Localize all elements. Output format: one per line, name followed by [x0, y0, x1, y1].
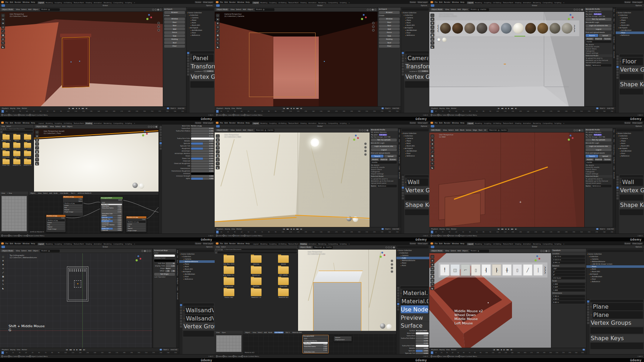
selected-model-section[interactable]: Selected Model: [370, 175, 398, 178]
scene-selector[interactable]: Scene: [409, 122, 416, 124]
workspace-tab[interactable]: Compositing: [327, 122, 339, 125]
bsdf-parameter[interactable]: Clearcoat Roughness0.030: [162, 162, 215, 165]
sidebar-tab[interactable]: Item: [399, 130, 400, 132]
properties-tabs[interactable]: [396, 285, 400, 354]
data-name-field[interactable]: Plane: [592, 311, 643, 319]
preview-section[interactable]: Preview: [400, 314, 429, 322]
tool-button[interactable]: ✎: [430, 283, 434, 286]
data-name-field[interactable]: WallsandVolume: [185, 315, 214, 322]
workspace-tab[interactable]: UV Editing: [63, 122, 73, 125]
playback-button[interactable]: ▶: [78, 107, 80, 109]
outliner-row[interactable]: ▸WallsandVolume: [396, 259, 429, 262]
tool-button[interactable]: ◣: [35, 162, 39, 165]
tool-button[interactable]: ⟲: [430, 25, 434, 29]
bsdf-slider[interactable]: Clearcoat0.000: [101, 230, 122, 231]
outliner-row[interactable]: ▸Reference: [586, 280, 644, 283]
find-upload-section[interactable]: Find and Upload Assets: [370, 152, 398, 154]
sidebar-tab[interactable]: BlenderKit: [613, 172, 615, 179]
app-menu-item[interactable]: Render: [14, 122, 22, 124]
upload-tab[interactable]: Upload: [599, 155, 611, 158]
tool-button[interactable]: ◎: [430, 158, 434, 161]
outliner-row[interactable]: ▸Reference: [401, 34, 429, 37]
playback-button[interactable]: ▶: [503, 349, 506, 351]
workspace-tab[interactable]: Sculpting: [483, 243, 492, 245]
bsdf-parameter[interactable]: 0.200: [400, 339, 429, 342]
surface-shader-dropdown[interactable]: Principled BSDF: [416, 330, 429, 332]
asset-thumbnail[interactable]: ◫: [450, 264, 460, 276]
shading-mode-buttons[interactable]: [540, 250, 550, 252]
bsdf-parameter[interactable]: Subsurface Color: [162, 137, 215, 140]
cube-front-face[interactable]: [313, 282, 361, 331]
object-name-field[interactable]: Camera: [407, 54, 428, 62]
tool-button[interactable]: ⤢: [35, 146, 39, 150]
app-menu-item[interactable]: Help: [30, 1, 36, 3]
image-field[interactable]: Marbles.nrm.jpg: [127, 221, 146, 223]
app-menu-item[interactable]: Window: [451, 1, 460, 3]
playback-button[interactable]: ◀◀: [69, 349, 72, 351]
selected-model-section[interactable]: Selected Model: [585, 54, 613, 57]
bsdf-slider[interactable]: 0.200: [303, 348, 328, 349]
playback-button[interactable]: ◀◀: [501, 228, 504, 230]
outliner-row[interactable]: ▸Room.001: [616, 145, 644, 147]
workspace-tab[interactable]: Rendering: [532, 1, 542, 4]
outliner-row[interactable]: ▸AutoBoolean: [616, 150, 644, 152]
dimension-field[interactable]: 2.98 m: [552, 295, 585, 298]
bsdf-slider[interactable]: 0.100: [303, 349, 328, 351]
active-tool-icon[interactable]: [431, 246, 434, 248]
popup-item[interactable]: Displacement: [335, 339, 351, 341]
tool-button[interactable]: ▢: [430, 255, 434, 259]
image-texture-node[interactable]: Marbles.col.jpg Color Alpha Marbles.col.…: [63, 196, 83, 216]
playback-button[interactable]: ◀◀: [71, 107, 75, 109]
output-dropdown-popup[interactable]: VolumeDisplacement: [333, 336, 352, 342]
app-menu-item[interactable]: Help: [245, 1, 250, 3]
workspace-tab[interactable]: Shading: [85, 243, 93, 245]
outliner-search[interactable]: [616, 8, 643, 11]
bsdf-parameter[interactable]: 0.100: [400, 342, 429, 344]
image-editor-menu[interactable]: View: [215, 332, 220, 333]
props-search[interactable]: [405, 175, 429, 178]
app-menu-item[interactable]: Render: [443, 242, 451, 245]
outliner-row[interactable]: ▸Floor: [179, 275, 215, 278]
product-asset-bar[interactable]: ╿◫⌐▯┨┠╂▯╱│┓ ❯❯❯: [439, 262, 547, 277]
start-frame-field[interactable]: Start 1: [385, 228, 391, 230]
node-menu-item[interactable]: Select: [42, 192, 48, 194]
outliner-search[interactable]: [187, 8, 214, 11]
workspace-tab[interactable]: Layout: [467, 243, 474, 245]
asset-type-tab[interactable]: Models: [586, 38, 594, 40]
location-x-field[interactable]: 0.000 m: [418, 70, 429, 72]
options-menu[interactable]: Options: [205, 246, 213, 248]
transform-orientation[interactable]: Global: [532, 246, 537, 248]
playback-button[interactable]: ▶: [293, 228, 295, 230]
material-sphere[interactable]: [440, 23, 451, 34]
view-layer-selector[interactable]: View Layer: [417, 122, 428, 124]
workspace-tab[interactable]: Sculpting: [268, 122, 278, 125]
shading-mode-buttons[interactable]: [574, 9, 583, 11]
navigation-gizmo[interactable]: [352, 135, 359, 141]
asset-type-tab[interactable]: Scenes: [603, 158, 611, 161]
viewport-menu-item[interactable]: Object: [247, 9, 254, 10]
sidebar-tab[interactable]: BlenderKit: [613, 52, 615, 58]
current-frame-field[interactable]: 1: [582, 349, 585, 351]
folder-item[interactable]: Any Video Co..: [215, 266, 242, 276]
outliner-row[interactable]: ▸Reference: [186, 34, 215, 37]
app-menu-item[interactable]: File: [434, 1, 438, 3]
tool-button[interactable]: ⤢: [1, 271, 5, 274]
app-menu-item[interactable]: Window: [451, 122, 460, 124]
bsdf-parameter[interactable]: Clearcoat0.000: [162, 160, 215, 162]
workspace-tab[interactable]: Sculpting: [268, 1, 278, 4]
viewport-menu-item[interactable]: View: [444, 250, 450, 252]
outliner-search[interactable]: [397, 246, 429, 248]
viewport-menu-item[interactable]: View: [15, 250, 20, 252]
workspace-tab[interactable]: Animation: [93, 1, 103, 4]
nav-forward-icon[interactable]: →: [3, 128, 4, 130]
timeline-ruler[interactable]: 1020304050607080901001101201301401501601…: [215, 231, 401, 233]
my-assets-checkbox[interactable]: My Assets: [586, 164, 611, 166]
tool-button[interactable]: ⟲: [1, 267, 5, 270]
search-tab[interactable]: Search: [586, 155, 598, 158]
sidebar-tab[interactable]: Item: [613, 130, 615, 132]
timeline-menu-item[interactable]: Playback: [216, 228, 224, 230]
viewport-menu-item[interactable]: Add: [27, 250, 32, 252]
outliner-row[interactable]: ▾Scene Collection: [616, 11, 644, 14]
workspace-tab[interactable]: Scripting: [553, 122, 562, 125]
viewport-menu-item[interactable]: UV: [483, 129, 487, 131]
